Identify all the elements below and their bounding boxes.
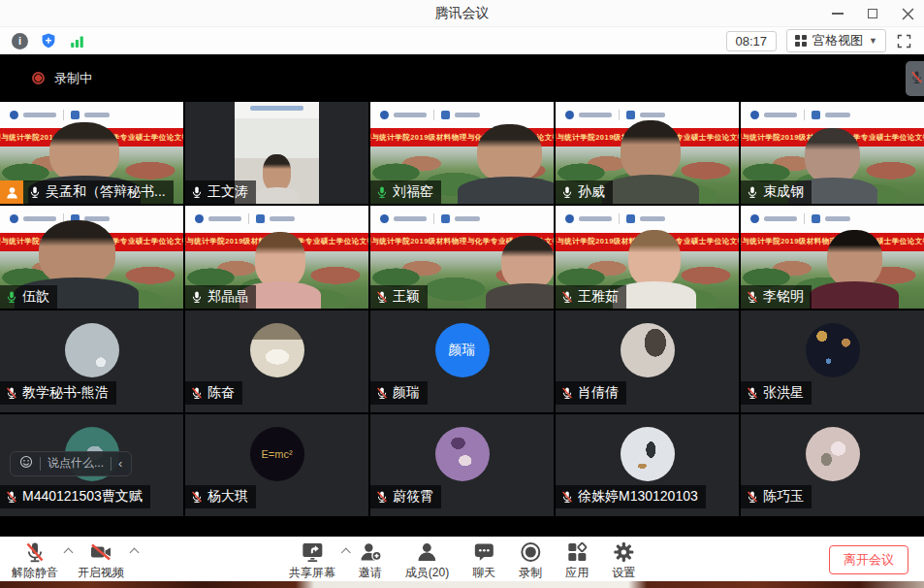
- toolbar-mic-muted-button[interactable]: 解除静音: [12, 540, 58, 581]
- participant-tile[interactable]: 说点什么...‹M440121503曹文赋: [0, 414, 183, 516]
- participant-avatar: [621, 323, 675, 377]
- participant-tile[interactable]: 肖倩倩: [556, 310, 739, 412]
- mic-status-icon: [5, 386, 18, 400]
- mic-status-icon: [746, 185, 759, 199]
- quick-chat-bar[interactable]: 说点什么...‹: [10, 451, 132, 476]
- maximize-button[interactable]: [866, 7, 879, 20]
- participant-face: [602, 118, 699, 204]
- participant-tile[interactable]: 数理与统计学院2019级材料物理与化学专业硕士学位论文答辩郑晶晶: [185, 206, 368, 308]
- participant-tile[interactable]: 数理与统计学院2019级材料物理与化学专业硕士学位论文答辩王雅茹: [556, 206, 739, 308]
- chat-icon: [472, 540, 495, 564]
- participant-tile[interactable]: 数理与统计学院2019级材料物理与化学专业硕士学位论文答辩李铭明: [741, 206, 924, 308]
- participant-avatar: [806, 323, 860, 377]
- toolbar-members-button[interactable]: 成员(20): [405, 540, 449, 581]
- expand-chevron-icon[interactable]: [130, 548, 140, 558]
- window-titlebar: 腾讯会议: [0, 0, 924, 27]
- participant-name: 孙威: [578, 183, 605, 201]
- toolbar-button-label: 共享屏幕: [289, 565, 335, 581]
- mic-status-icon: [28, 185, 42, 199]
- network-signal-icon[interactable]: [69, 33, 85, 49]
- toolbar-share-screen-button[interactable]: 共享屏幕: [289, 540, 335, 581]
- participant-name-label: 徐姝婷M130120103: [556, 485, 706, 508]
- participant-tile[interactable]: 教学秘书-熊浩: [0, 310, 183, 412]
- toolbar-button-label: 聊天: [472, 565, 495, 581]
- toolbar-record-button[interactable]: 录制: [519, 540, 542, 581]
- participant-tile[interactable]: 数理与统计学院2019级材料物理与化学专业硕士学位论文答辩吴孟和（答辩秘书...: [0, 102, 183, 204]
- participant-name-label: 杨大琪: [185, 485, 256, 508]
- maximize-icon: [868, 9, 877, 18]
- emoji-icon[interactable]: [19, 455, 33, 473]
- participant-grid: 数理与统计学院2019级材料物理与化学专业硕士学位论文答辩吴孟和（答辩秘书...…: [0, 102, 924, 516]
- participant-tile[interactable]: 数理与统计学院2019级材料物理与化学专业硕士学位论文答辩王颖: [370, 206, 554, 308]
- participant-name-label: 蔚筱霄: [370, 485, 441, 508]
- invite-icon: [359, 540, 382, 564]
- toolbar-camera-off-button[interactable]: 开启视频: [78, 540, 124, 581]
- participant-name-label: 孙威: [556, 180, 613, 204]
- participant-tile[interactable]: 王文涛: [185, 102, 368, 204]
- participant-tile[interactable]: 陈巧玉: [741, 414, 924, 516]
- expand-chevron-icon[interactable]: [64, 548, 74, 558]
- meeting-duration: 08:17: [726, 31, 778, 51]
- participant-tile[interactable]: E=mc²杨大琪: [185, 414, 368, 516]
- participant-tile[interactable]: 陈奋: [185, 310, 368, 412]
- chat-input-placeholder[interactable]: 说点什么...: [48, 455, 104, 472]
- security-shield-icon[interactable]: [40, 32, 57, 49]
- participant-name-label: 王雅茹: [556, 285, 626, 309]
- recording-dot-icon: [32, 72, 45, 84]
- meeting-info-icon[interactable]: i: [12, 33, 28, 49]
- participant-tile[interactable]: 数理与统计学院2019级材料物理与化学专业硕士学位论文答辩孙威: [556, 102, 739, 204]
- participant-name: 吴孟和（答辩秘书...: [46, 183, 166, 201]
- leave-meeting-button[interactable]: 离开会议: [829, 545, 908, 574]
- university-logos: [370, 206, 554, 232]
- participant-tile[interactable]: 张洪星: [741, 310, 924, 412]
- participant-tile[interactable]: 数理与统计学院2019级材料物理与化学专业硕士学位论文答辩伍歆: [0, 206, 183, 308]
- recording-status: 录制中: [54, 70, 92, 87]
- close-icon: [902, 8, 914, 20]
- participant-name: M440121503曹文赋: [22, 488, 143, 506]
- participant-tile[interactable]: 徐姝婷M130120103: [556, 414, 739, 516]
- participant-face: [255, 153, 300, 204]
- close-button[interactable]: [901, 7, 914, 20]
- university-logos: [185, 206, 368, 232]
- window-title: 腾讯会议: [435, 5, 490, 22]
- participant-name-label: 束成钢: [741, 180, 812, 204]
- desktop-wallpaper-strip: [0, 581, 924, 588]
- toolbar-button-label: 设置: [612, 565, 635, 581]
- mic-muted-icon: [23, 540, 47, 564]
- expand-chevron-icon[interactable]: [340, 548, 350, 558]
- participant-name-label: 刘福窑: [370, 180, 441, 204]
- fullscreen-icon[interactable]: [896, 33, 912, 49]
- mic-status-icon: [560, 290, 574, 304]
- participant-tile[interactable]: 数理与统计学院2019级材料物理与化学专业硕士学位论文答辩刘福窑: [370, 102, 554, 204]
- mic-status-icon: [5, 290, 18, 304]
- participant-tile[interactable]: 蔚筱霄: [370, 414, 554, 516]
- participant-name-label: 张洪星: [741, 381, 812, 405]
- mic-status-icon: [190, 290, 204, 304]
- share-screen-icon: [301, 540, 324, 564]
- participant-name-label: 颜瑞: [370, 381, 428, 405]
- participant-name: 陈巧玉: [763, 488, 804, 506]
- toolbar-settings-button[interactable]: 设置: [612, 540, 635, 581]
- toolbar-apps-button[interactable]: 应用: [565, 540, 589, 581]
- participant-avatar: [621, 427, 675, 481]
- participant-name: 李铭明: [763, 288, 804, 306]
- minimize-button[interactable]: [831, 7, 844, 20]
- view-mode-selector[interactable]: 宫格视图 ▼: [786, 29, 886, 52]
- mic-status-icon: [560, 490, 574, 504]
- participant-name: 郑晶晶: [207, 288, 248, 306]
- participant-tile[interactable]: 颜瑞颜瑞: [370, 310, 554, 412]
- participant-name-label: 王文涛: [185, 180, 256, 204]
- toolbar-invite-button[interactable]: 邀请: [359, 540, 382, 581]
- toolbar-button-label: 邀请: [359, 565, 382, 581]
- participant-name-label: 陈巧玉: [741, 485, 812, 508]
- toolbar-chat-button[interactable]: 聊天: [472, 540, 495, 581]
- view-mode-label: 宫格视图: [812, 32, 863, 49]
- toolbar-center-group: 共享屏幕邀请成员(20)聊天录制应用设置: [289, 540, 635, 581]
- mic-status-icon: [746, 290, 759, 304]
- participant-name: 伍歆: [22, 288, 49, 306]
- participant-name-label: 郑晶晶: [185, 285, 256, 309]
- collapse-chevron-icon[interactable]: ‹: [118, 456, 122, 471]
- participant-tile[interactable]: 数理与统计学院2019级材料物理与化学专业硕士学位论文答辩束成钢: [741, 102, 924, 204]
- toolbar-button-label: 开启视频: [78, 565, 124, 581]
- floating-mic-indicator[interactable]: [906, 61, 924, 96]
